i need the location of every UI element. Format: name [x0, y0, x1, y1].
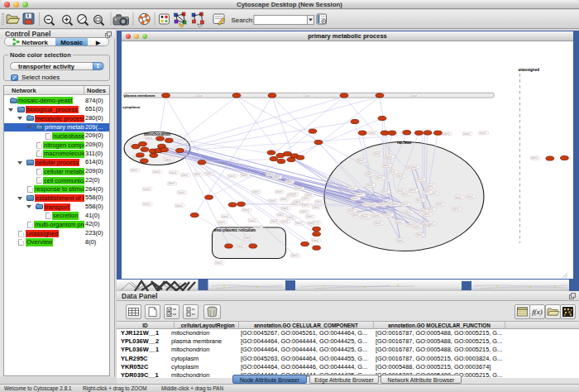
svg-text:(label): (label)	[463, 132, 470, 136]
svg-text:(label): (label)	[273, 175, 280, 179]
svg-text:(label): (label)	[411, 94, 418, 98]
svg-text:(label): (label)	[305, 194, 312, 197]
svg-text:(label): (label)	[170, 171, 176, 174]
svg-text:(label): (label)	[366, 173, 372, 176]
svg-text:(label): (label)	[131, 169, 137, 172]
svg-text:(label): (label)	[397, 174, 404, 178]
svg-text:(label): (label)	[295, 222, 302, 225]
svg-text:(label): (label)	[228, 174, 235, 178]
svg-text:(label): (label)	[357, 159, 364, 162]
svg-text:(label): (label)	[416, 233, 423, 237]
svg-text:(label): (label)	[281, 220, 288, 223]
svg-text:(label): (label)	[397, 239, 404, 242]
svg-text:(label): (label)	[306, 215, 313, 218]
svg-text:(label): (label)	[371, 203, 377, 207]
svg-text:(label): (label)	[300, 210, 307, 213]
svg-text:(label): (label)	[146, 136, 152, 140]
svg-text:(label): (label)	[385, 155, 392, 159]
svg-text:(label): (label)	[215, 261, 222, 265]
svg-text:nucleus: nucleus	[397, 141, 412, 145]
svg-text:Search:: Search:	[232, 17, 255, 24]
svg-text:(label): (label)	[366, 184, 373, 187]
svg-text:(label): (label)	[302, 197, 309, 200]
svg-text:(label): (label)	[363, 203, 370, 206]
svg-text:(label): (label)	[287, 216, 294, 219]
svg-text:(label): (label)	[427, 184, 433, 188]
svg-text:(label): (label)	[423, 190, 430, 194]
svg-text:(label): (label)	[313, 206, 319, 209]
svg-text:(label): (label)	[270, 220, 277, 223]
svg-text:(label): (label)	[241, 174, 247, 177]
svg-text:(label): (label)	[374, 152, 380, 155]
svg-text:(label): (label)	[369, 131, 376, 135]
svg-text:(label): (label)	[467, 195, 473, 198]
svg-text:(label): (label)	[312, 239, 318, 242]
svg-text:(label): (label)	[178, 191, 184, 194]
svg-text:(label): (label)	[205, 172, 212, 175]
svg-text:(label): (label)	[480, 131, 486, 135]
svg-text:(label): (label)	[352, 213, 359, 217]
svg-text:(label): (label)	[294, 200, 300, 203]
svg-text:(label): (label)	[218, 221, 225, 224]
svg-text:(label): (label)	[280, 198, 287, 201]
svg-text:(label): (label)	[401, 203, 408, 206]
svg-text:(label): (label)	[395, 221, 402, 224]
svg-text:(label): (label)	[165, 158, 171, 161]
svg-text:(label): (label)	[244, 237, 251, 240]
svg-text:(label): (label)	[194, 173, 200, 176]
svg-text:unassigned: unassigned	[519, 68, 540, 72]
svg-text:(label): (label)	[436, 203, 443, 206]
svg-text:(label): (label)	[416, 198, 423, 202]
svg-text:(label): (label)	[197, 94, 203, 98]
svg-text:(label): (label)	[290, 193, 296, 196]
svg-text:(label): (label)	[347, 209, 354, 213]
svg-text:(label): (label)	[277, 213, 284, 217]
svg-text:(label): (label)	[452, 208, 459, 211]
svg-text:(label): (label)	[254, 226, 261, 229]
svg-text:plasma membrane: plasma membrane	[124, 93, 156, 98]
svg-text:(label): (label)	[443, 132, 449, 136]
svg-text:(label): (label)	[402, 193, 409, 196]
svg-text:(label): (label)	[417, 178, 423, 181]
svg-text:(label): (label)	[531, 156, 538, 160]
svg-text:(label): (label)	[352, 197, 358, 200]
svg-text:(label): (label)	[356, 193, 363, 196]
svg-text:cytoplasm: cytoplasm	[122, 105, 140, 109]
svg-text:(label): (label)	[269, 199, 275, 203]
svg-text:(label): (label)	[409, 189, 416, 192]
svg-text:(label): (label)	[385, 213, 391, 217]
svg-text:(label): (label)	[143, 203, 150, 206]
svg-text:(label): (label)	[304, 94, 311, 98]
svg-text:(label): (label)	[275, 190, 282, 194]
svg-text:(label): (label)	[281, 207, 288, 210]
svg-text:(label): (label)	[315, 200, 322, 203]
svg-text:(label): (label)	[308, 222, 314, 225]
svg-text:(label): (label)	[423, 213, 430, 216]
svg-text:(label): (label)	[414, 225, 420, 228]
svg-text:(label): (label)	[427, 222, 433, 226]
svg-text:(label): (label)	[143, 188, 150, 191]
svg-text:(label): (label)	[168, 182, 175, 185]
svg-text:(label): (label)	[349, 187, 356, 190]
svg-text:(label): (label)	[242, 208, 249, 212]
svg-text:(label): (label)	[379, 203, 385, 206]
svg-text:(label): (label)	[222, 215, 228, 218]
svg-text:(label): (label)	[175, 204, 182, 208]
svg-text:(label): (label)	[411, 165, 418, 169]
svg-text:(label): (label)	[383, 164, 390, 167]
svg-text:(label): (label)	[381, 190, 388, 194]
svg-text:(label): (label)	[404, 211, 411, 214]
svg-text:(label): (label)	[249, 219, 256, 222]
svg-text:(label): (label)	[361, 215, 368, 218]
svg-text:(label): (label)	[291, 254, 298, 257]
svg-text:(label): (label)	[252, 190, 259, 194]
svg-text:(label): (label)	[295, 187, 302, 190]
svg-text:(label): (label)	[302, 203, 309, 207]
svg-text:(label): (label)	[153, 170, 160, 174]
svg-text:(label): (label)	[285, 180, 292, 184]
svg-text:(label): (label)	[392, 203, 399, 206]
svg-text:(label): (label)	[455, 196, 462, 199]
svg-text:(label): (label)	[373, 214, 380, 218]
svg-text:(label): (label)	[237, 245, 243, 248]
svg-text:(label): (label)	[376, 176, 383, 179]
